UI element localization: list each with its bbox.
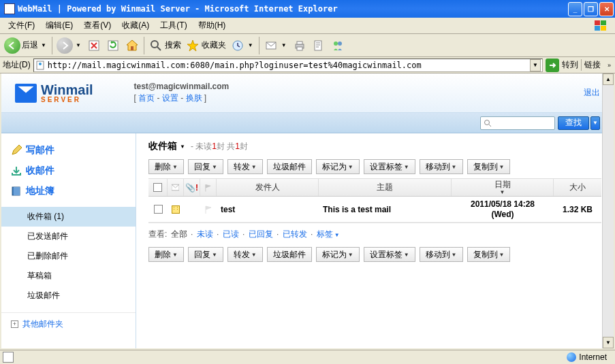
filter-replied[interactable]: 已回复	[249, 229, 273, 239]
folder-drafts[interactable]: 草稿箱	[1, 266, 136, 286]
links-label[interactable]: 链接	[581, 59, 603, 71]
favorites-button[interactable]: 收藏夹	[184, 36, 227, 55]
status-page-icon	[3, 352, 14, 363]
folder-inbox[interactable]: 收件箱 (1)	[1, 207, 136, 227]
menu-tools[interactable]: 工具(T)	[155, 18, 192, 33]
inbox-icon	[11, 165, 22, 176]
links-expand-icon[interactable]: »	[606, 62, 612, 69]
folder-dropdown-icon[interactable]: ▼	[180, 144, 185, 150]
edit-icon	[311, 38, 326, 53]
move-button[interactable]: 移动到▼	[420, 159, 463, 174]
row-checkbox[interactable]	[154, 205, 163, 214]
history-icon	[230, 38, 245, 53]
svg-point-18	[485, 120, 490, 125]
history-button[interactable]: ▼	[229, 36, 256, 55]
copy-button[interactable]: 复制到▼	[467, 247, 511, 262]
menu-help[interactable]: 帮助(H)	[193, 18, 232, 33]
go-button[interactable]	[546, 59, 559, 72]
filter-forwarded[interactable]: 已转发	[283, 229, 307, 239]
back-button[interactable]: 后退 ▼	[3, 36, 49, 55]
address-dropdown-icon[interactable]: ▼	[530, 59, 541, 71]
search-label: 搜索	[165, 39, 181, 51]
svg-rect-6	[131, 46, 133, 50]
scroll-up-icon[interactable]: ▲	[603, 73, 614, 85]
reply-button[interactable]: 回复▼	[188, 159, 223, 174]
mail-button[interactable]: ▼	[262, 36, 289, 55]
tag-button[interactable]: 设置标签▼	[364, 159, 415, 174]
address-input[interactable]: http://mail.magicwinmail.com:6080/main.p…	[33, 59, 543, 72]
scroll-down-icon[interactable]: ▼	[603, 337, 614, 348]
delete-button[interactable]: 删除▼	[148, 159, 184, 174]
move-button[interactable]: 移动到▼	[420, 247, 463, 262]
back-dropdown-icon[interactable]: ▼	[40, 42, 48, 48]
folder-spam[interactable]: 垃圾邮件	[1, 286, 136, 305]
copy-button[interactable]: 复制到▼	[467, 159, 511, 174]
refresh-button[interactable]	[104, 36, 122, 55]
action-toolbar-top: 删除▼ 回复▼ 转发▼ 垃圾邮件 标记为▼ 设置标签▼ 移动到▼ 复制到▼	[148, 159, 601, 174]
menu-view[interactable]: 查看(V)	[78, 18, 116, 33]
menu-favorites[interactable]: 收藏(A)	[116, 18, 155, 33]
spam-button[interactable]: 垃圾邮件	[267, 247, 312, 262]
row-size: 1.32 KB	[554, 205, 601, 214]
search-button[interactable]: 查找	[558, 116, 589, 130]
toolbar-separator	[259, 37, 259, 54]
stop-icon	[86, 38, 101, 53]
menu-file[interactable]: 文件(F)	[3, 18, 40, 33]
print-button[interactable]	[291, 36, 309, 55]
table-header: 📎! 发件人 主题 日期 ▼ 大小	[148, 179, 601, 197]
mark-button[interactable]: 标记为▼	[316, 159, 360, 174]
toolbar-separator	[144, 37, 144, 54]
favorites-label: 收藏夹	[202, 39, 226, 51]
menu-edit[interactable]: 编辑(E)	[40, 18, 78, 33]
forward-dropdown-icon[interactable]: ▼	[74, 42, 82, 48]
col-date[interactable]: 日期 ▼	[452, 179, 554, 196]
col-checkbox[interactable]	[148, 179, 168, 196]
spam-button[interactable]: 垃圾邮件	[267, 159, 312, 174]
messenger-button[interactable]	[329, 36, 347, 55]
forward-button[interactable]: 转发▼	[227, 159, 263, 174]
search-row: 查找 ▼	[1, 113, 614, 133]
delete-button[interactable]: 删除▼	[148, 247, 184, 262]
tag-button[interactable]: 设置标签▼	[364, 247, 415, 262]
expand-icon[interactable]: +	[11, 320, 18, 328]
logout-link[interactable]: 退出	[584, 87, 600, 99]
maximize-button[interactable]: ❐	[584, 2, 598, 16]
filter-unread[interactable]: 未读	[197, 229, 213, 239]
filter-all[interactable]: 全部	[171, 229, 187, 239]
sidebar-receive[interactable]: 收邮件	[1, 161, 136, 181]
nav-settings[interactable]: 设置	[162, 93, 178, 103]
col-size[interactable]: 大小	[554, 179, 601, 196]
sidebar-contacts[interactable]: 地址簿	[1, 181, 136, 201]
history-dropdown-icon[interactable]: ▼	[247, 42, 255, 48]
filter-tags[interactable]: 标签	[317, 229, 333, 239]
nav-home[interactable]: 首页	[138, 93, 155, 103]
table-row[interactable]: test This is a test mail 2011/05/18 14:2…	[148, 197, 601, 222]
svg-rect-13	[315, 41, 321, 50]
webmail-body: 写邮件 收邮件 地址簿 收件箱 (1) 已发送邮件 已删除邮件 草稿箱 垃圾邮件…	[1, 133, 614, 348]
search-input[interactable]	[480, 116, 555, 130]
sidebar-compose[interactable]: 写邮件	[1, 140, 136, 161]
col-subject[interactable]: 主题	[319, 179, 452, 196]
header-nav: [ 首页 - 设置 - 换肤 ]	[134, 93, 230, 104]
home-button[interactable]	[123, 36, 141, 55]
search-button[interactable]: 搜索	[147, 36, 183, 55]
minimize-button[interactable]: _	[568, 2, 582, 16]
search-dropdown-icon[interactable]: ▼	[590, 116, 600, 130]
search-icon	[484, 119, 492, 127]
nav-skin[interactable]: 换肤	[186, 93, 202, 103]
flag-icon[interactable]	[204, 205, 212, 214]
stop-button[interactable]	[85, 36, 103, 55]
filter-read[interactable]: 已读	[223, 229, 239, 239]
folder-trash[interactable]: 已删除邮件	[1, 246, 136, 266]
sidebar-other-folders[interactable]: + 其他邮件夹	[1, 312, 136, 335]
mark-button[interactable]: 标记为▼	[316, 247, 360, 262]
mail-dropdown-icon[interactable]: ▼	[280, 42, 288, 48]
close-button[interactable]: ✕	[599, 2, 614, 16]
forward-button[interactable]: 转发▼	[227, 247, 263, 262]
col-from[interactable]: 发件人	[217, 179, 319, 196]
edit-button[interactable]	[310, 36, 328, 55]
vertical-scrollbar[interactable]: ▲ ▼	[602, 73, 614, 348]
folder-sent[interactable]: 已发送邮件	[1, 227, 136, 246]
forward-button[interactable]: ▼	[55, 36, 84, 55]
reply-button[interactable]: 回复▼	[188, 247, 223, 262]
